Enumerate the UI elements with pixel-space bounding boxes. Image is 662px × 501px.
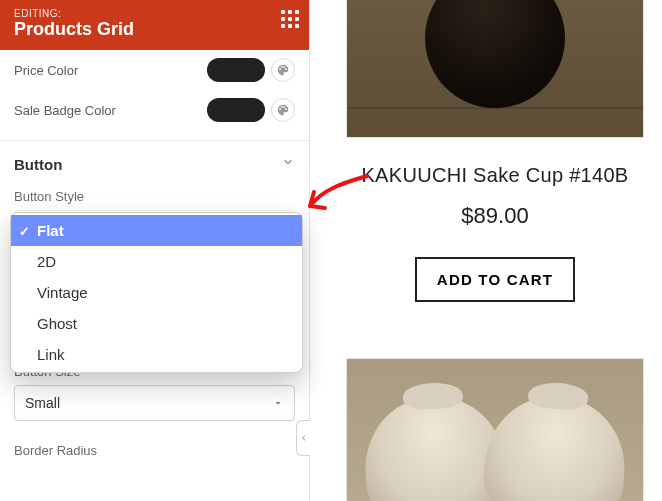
price-color-swatch[interactable] (207, 58, 265, 82)
button-style-label: Button Style (14, 189, 295, 204)
dropdown-option-flat[interactable]: Flat (11, 215, 302, 246)
price-color-controls (207, 58, 295, 82)
product-image-2 (346, 358, 644, 501)
collapse-sidebar-button[interactable] (296, 420, 310, 456)
price-color-label: Price Color (14, 63, 78, 78)
editor-sidebar: EDITING: Products Grid Price Color Sale … (0, 0, 310, 501)
product-price: $89.00 (346, 203, 644, 229)
chevron-left-icon (300, 433, 308, 443)
button-size-selected-value: Small (25, 395, 60, 411)
caret-down-icon (272, 397, 284, 409)
dropdown-option-ghost[interactable]: Ghost (11, 308, 302, 339)
dropdown-option-vintage[interactable]: Vintage (11, 277, 302, 308)
price-color-picker-button[interactable] (271, 58, 295, 82)
palette-icon (276, 63, 290, 77)
palette-icon (276, 103, 290, 117)
add-to-cart-button[interactable]: ADD TO CART (415, 257, 575, 302)
editing-label: EDITING: (14, 8, 295, 19)
product-image (346, 0, 644, 138)
chevron-down-icon (281, 155, 295, 173)
dropdown-option-link[interactable]: Link (11, 339, 302, 370)
panel-body: Price Color Sale Badge Color (0, 50, 309, 501)
button-style-field: Button Style Flat Flat 2D Vintage Ghost … (0, 183, 309, 246)
dropdown-option-2d[interactable]: 2D (11, 246, 302, 277)
sale-badge-color-picker-button[interactable] (271, 98, 295, 122)
button-section-header[interactable]: Button (0, 141, 309, 183)
product-image-content (425, 0, 565, 108)
button-style-dropdown: Flat 2D Vintage Ghost Link (10, 212, 303, 373)
sale-badge-color-swatch[interactable] (207, 98, 265, 122)
drag-handle-icon[interactable] (281, 10, 299, 28)
sale-badge-color-label: Sale Badge Color (14, 103, 116, 118)
button-size-select[interactable]: Small (14, 385, 295, 421)
sidebar-header: EDITING: Products Grid (0, 0, 309, 50)
price-color-row: Price Color (0, 50, 309, 90)
live-preview: KAKUUCHI Sake Cup #140B $89.00 ADD TO CA… (310, 0, 662, 501)
button-section-title: Button (14, 156, 62, 173)
app-root: EDITING: Products Grid Price Color Sale … (0, 0, 662, 501)
product-title: KAKUUCHI Sake Cup #140B (346, 164, 644, 187)
border-radius-label: Border Radius (14, 443, 295, 458)
panel-title: Products Grid (14, 19, 295, 40)
sale-badge-color-row: Sale Badge Color (0, 90, 309, 130)
sale-badge-color-controls (207, 98, 295, 122)
